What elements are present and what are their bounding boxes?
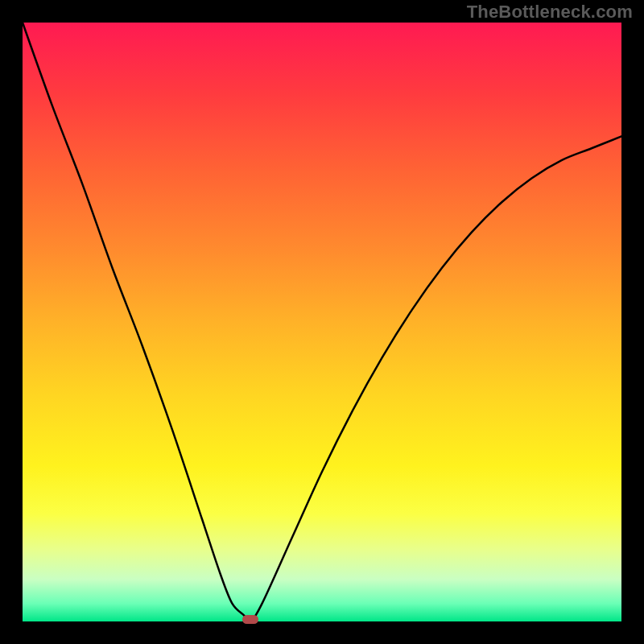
chart-container: TheBottleneck.com (0, 0, 644, 644)
bottleneck-curve (23, 23, 621, 621)
minimum-marker (242, 615, 258, 624)
plot-area (23, 23, 621, 621)
watermark-text: TheBottleneck.com (467, 2, 633, 23)
